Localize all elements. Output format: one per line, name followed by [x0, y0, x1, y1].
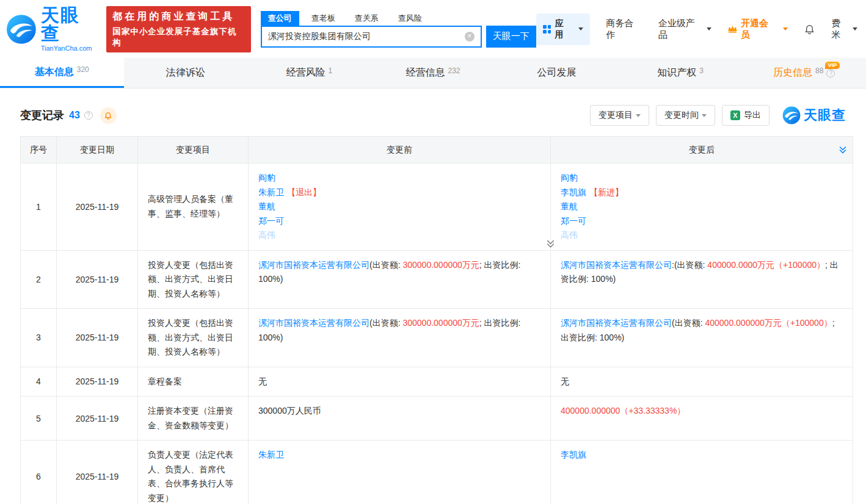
help-icon[interactable]: ?	[826, 69, 835, 77]
enterprise-product-label: 企业级产品	[658, 18, 704, 41]
search-input[interactable]	[268, 32, 465, 41]
chevron-down-icon	[853, 27, 857, 31]
filter-change-item-dropdown[interactable]: 变更项目	[590, 105, 649, 126]
change-item-cell: 投资人变更（包括出资额、出资方式、出资日期、投资人名称等）	[138, 250, 249, 309]
expand-more-icon[interactable]	[545, 239, 556, 249]
watermark-logo-text: 天眼查	[804, 106, 846, 124]
main-tab-count: 3	[699, 67, 704, 75]
clear-search-icon[interactable]: ×	[465, 32, 475, 41]
main-tab[interactable]: 经营风险1	[247, 58, 371, 88]
collapse-all-icon[interactable]	[839, 146, 846, 154]
entity-link[interactable]: 阎豹	[258, 173, 275, 182]
main-tab[interactable]: 知识产权3	[619, 58, 743, 88]
name-line: 高伟	[561, 228, 843, 243]
main-tab[interactable]: 公司发展	[495, 58, 619, 88]
change-before-cell: 漯河市国裕资本运营有限公司(出资额: 300000.000000万元; 出资比例…	[249, 309, 551, 367]
export-button[interactable]: X 导出	[722, 105, 770, 126]
main-tab-label: 公司发展	[537, 67, 577, 79]
entity-link[interactable]: 李凯旗	[561, 450, 586, 459]
header-date: 变更日期	[57, 137, 138, 164]
entity-link[interactable]: 阎豹	[561, 173, 578, 182]
help-icon[interactable]: ?	[84, 111, 93, 120]
entity-link[interactable]: 朱新卫	[258, 187, 284, 197]
header-after: 变更后	[551, 137, 853, 164]
business-coop-label: 商务合作	[606, 18, 642, 41]
main-tab[interactable]: 历史信息88?VIP	[742, 58, 866, 88]
change-after-cell: 无	[551, 367, 853, 397]
enterprise-product-menu[interactable]: 企业级产品	[658, 18, 711, 41]
table-row: 52025-11-19注册资本变更（注册资金、资金数额等变更）300000万人民…	[21, 397, 853, 441]
entity-link[interactable]: 李凯旗	[561, 187, 586, 197]
notification-bell-icon[interactable]	[804, 23, 815, 35]
main-tab-label: 法律诉讼	[166, 67, 205, 79]
change-records-table: 序号 变更日期 变更项目 变更前 变更后 12025-11-19高级管理人员备案…	[20, 136, 853, 504]
business-coop-link[interactable]: 商务合作	[606, 18, 642, 41]
entity-link[interactable]: 董航	[258, 201, 275, 211]
text-segment: 400000.000000（+33.33333%）	[561, 406, 685, 416]
search-button[interactable]: 天眼一下	[486, 26, 536, 48]
change-before-cell: 阎豹朱新卫【退出】董航郑一可高伟	[249, 164, 551, 251]
name-line: 阎豹	[561, 171, 843, 185]
logo-domain: TianYanCha.com	[41, 45, 100, 52]
search-box[interactable]: ×	[261, 26, 482, 48]
main-tab-label: 经营风险	[286, 67, 326, 79]
filter-change-item-label: 变更项目	[599, 110, 633, 121]
apps-menu[interactable]: 应用	[536, 13, 591, 45]
header-right-nav: 应用 商务合作 企业级产品 开通会员 费米	[536, 13, 857, 45]
tianyancha-logo-icon	[6, 14, 37, 45]
search-tab[interactable]: 查关系	[347, 11, 386, 26]
search-tab[interactable]: 查公司	[261, 11, 299, 26]
entity-link[interactable]: 高伟	[258, 230, 275, 240]
main-tab[interactable]: 经营信息232	[371, 58, 495, 88]
user-menu[interactable]: 费米	[831, 18, 857, 41]
change-records-table-wrap: 序号 变更日期 变更项目 变更前 变更后 12025-11-19高级管理人员备案…	[0, 136, 866, 504]
table-row: 12025-11-19高级管理人员备案（董事、监事、经理等）阎豹朱新卫【退出】董…	[21, 164, 853, 251]
excel-icon: X	[730, 110, 740, 120]
tianyancha-logo[interactable]: 天眼查 TianYanCha.com	[6, 6, 99, 52]
change-item-cell: 章程备案	[138, 367, 249, 397]
entity-link[interactable]: 漯河市国裕资本运营有限公司	[561, 260, 672, 270]
entity-link[interactable]: 漯河市国裕资本运营有限公司	[561, 318, 672, 328]
change-date-cell: 2025-11-19	[57, 441, 138, 504]
table-row: 42025-11-19章程备案无无	[21, 367, 853, 397]
main-tab-label: 历史信息	[773, 67, 812, 79]
change-item-cell: 投资人变更（包括出资额、出资方式、出资日期、投资人名称等）	[138, 309, 249, 367]
banner-line1: 都在用的商业查询工具	[112, 10, 244, 23]
change-before-cell: 300000万人民币	[249, 397, 551, 441]
chevron-down-icon	[783, 27, 788, 31]
text-segment: 无	[561, 376, 569, 386]
text-segment: 300000万人民币	[258, 406, 321, 416]
main-tab-label: 经营信息	[406, 67, 445, 79]
name-line: 阎豹	[258, 171, 540, 185]
entity-link[interactable]: 董航	[561, 201, 578, 211]
row-index-cell: 3	[21, 309, 57, 367]
search-tab[interactable]: 查风险	[391, 11, 429, 26]
row-index-cell: 1	[21, 164, 57, 251]
change-date-cell: 2025-11-19	[57, 164, 138, 251]
main-tabs: 基本信息320法律诉讼经营风险1经营信息232公司发展知识产权3历史信息88?V…	[0, 58, 866, 88]
filter-change-time-label: 变更时间	[664, 110, 699, 121]
change-table-body: 12025-11-19高级管理人员备案（董事、监事、经理等）阎豹朱新卫【退出】董…	[21, 164, 853, 504]
main-tab-label: 基本信息	[35, 66, 74, 79]
subscribe-bell-icon[interactable]	[100, 107, 117, 124]
row-index-cell: 4	[21, 367, 57, 397]
search-tab[interactable]: 查老板	[304, 11, 343, 26]
apps-grid-icon	[543, 25, 551, 34]
filter-change-time-dropdown[interactable]: 变更时间	[656, 105, 715, 126]
change-item-cell: 高级管理人员备案（董事、监事、经理等）	[138, 164, 249, 251]
change-before-cell: 朱新卫	[249, 441, 551, 504]
entity-link[interactable]: 漯河市国裕资本运营有限公司	[258, 260, 369, 270]
entity-link[interactable]: 郑一可	[561, 216, 586, 226]
vip-upgrade-link[interactable]: 开通会员	[727, 18, 788, 41]
text-segment: 无	[258, 376, 267, 386]
main-tab-count: 1	[329, 67, 333, 75]
entity-link[interactable]: 漯河市国裕资本运营有限公司	[258, 318, 369, 328]
entity-link[interactable]: 朱新卫	[258, 450, 284, 459]
main-tab[interactable]: 基本信息320	[0, 58, 124, 88]
main-tab[interactable]: 法律诉讼	[124, 58, 248, 88]
text-segment: (出资额:	[369, 318, 402, 328]
text-segment: 【新进】	[589, 187, 624, 197]
entity-link[interactable]: 高伟	[561, 230, 578, 240]
entity-link[interactable]: 郑一可	[258, 216, 284, 226]
change-before-cell: 无	[249, 367, 551, 397]
